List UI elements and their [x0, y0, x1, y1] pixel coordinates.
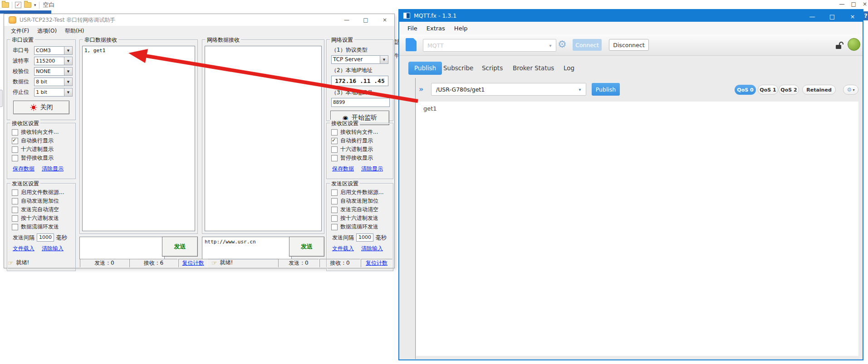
- checkbox-label: 按十六进制发送: [340, 214, 378, 222]
- checkbox-auto-append[interactable]: 自动发送附加位: [331, 197, 390, 205]
- protocol-select[interactable]: TCP Server: [331, 55, 388, 64]
- qos0-button[interactable]: QoS 0: [735, 85, 756, 95]
- checkbox-auto-newline[interactable]: 自动换行显示: [331, 136, 390, 145]
- serial-recv-textarea[interactable]: 1, get1: [82, 46, 195, 231]
- serial-send-input[interactable]: [79, 237, 165, 259]
- serial-send-button[interactable]: 发送: [162, 237, 198, 257]
- connect-button[interactable]: Connect: [573, 39, 602, 51]
- checkbox-pause-recv[interactable]: 暂停接收显示: [12, 154, 73, 162]
- interval-input[interactable]: 1000: [356, 233, 373, 242]
- caret-down-icon[interactable]: ▾: [34, 3, 36, 7]
- close-icon[interactable]: ×: [863, 1, 867, 7]
- interval-unit: 毫秒: [56, 234, 67, 242]
- checkbox-file-source[interactable]: 启用文件数据源...: [12, 188, 73, 197]
- local-port-input[interactable]: 8899: [331, 98, 390, 107]
- tab-broker-status[interactable]: Broker Status: [513, 62, 554, 75]
- tab-scripts[interactable]: Scripts: [482, 62, 503, 75]
- net-send-input[interactable]: http://www.usr.cn: [202, 237, 292, 259]
- connection-profile-select[interactable]: MQTT ▾: [423, 39, 556, 52]
- net-recv-textarea[interactable]: [205, 46, 322, 231]
- menu-file[interactable]: File: [403, 25, 422, 32]
- checkbox-hex-display[interactable]: 十六进制显示: [331, 145, 390, 154]
- close-button[interactable]: ×: [375, 15, 394, 25]
- menu-help[interactable]: 帮助(H): [61, 27, 88, 35]
- maximize-icon[interactable]: □: [851, 1, 856, 7]
- minimize-button[interactable]: —: [337, 15, 356, 25]
- tab-log[interactable]: Log: [564, 62, 574, 75]
- toolbar-separator: [39, 2, 39, 9]
- mqtt-window-title: MQTT.fx - 1.3.1: [414, 12, 863, 19]
- publish-message-textarea[interactable]: get1: [416, 102, 858, 356]
- checkbox-icon: [12, 215, 18, 222]
- folder-icon[interactable]: [24, 2, 31, 8]
- tab-publish[interactable]: Publish: [408, 62, 442, 75]
- reset-count-link[interactable]: 复位计数: [366, 259, 387, 267]
- load-file-link[interactable]: 文件载入: [13, 245, 34, 252]
- checkbox-recv-to-file[interactable]: 接收转向文件...: [12, 128, 73, 136]
- status-reset-left[interactable]: 复位计数: [178, 259, 208, 267]
- retained-button[interactable]: Retained: [802, 85, 836, 95]
- menu-extras[interactable]: Extras: [422, 25, 450, 32]
- docked-panel-tab[interactable]: [0, 90, 3, 107]
- checkbox-recv-to-file[interactable]: 接收转向文件...: [331, 128, 390, 136]
- maximize-button[interactable]: □: [824, 10, 840, 23]
- checkbox-send-as-hex[interactable]: 按十六进制发送: [12, 214, 73, 223]
- parity-select[interactable]: NONE: [34, 67, 73, 76]
- minimize-icon[interactable]: —: [839, 1, 845, 7]
- profile-document-icon[interactable]: [406, 38, 417, 51]
- usr-menu-bar: 文件(F) 选项(O) 帮助(H): [4, 26, 394, 36]
- checkbox-loop-send[interactable]: 数据流循环发送: [331, 223, 390, 231]
- save-data-link[interactable]: 保存数据: [332, 165, 354, 173]
- checkbox-file-source[interactable]: 启用文件数据源...: [331, 188, 390, 197]
- menu-options[interactable]: 选项(O): [33, 27, 61, 35]
- checkbox-send-as-hex[interactable]: 按十六进制发送: [331, 214, 390, 223]
- clear-display-link[interactable]: 清除显示: [42, 165, 64, 173]
- status-reset-right[interactable]: 复位计数: [361, 259, 392, 267]
- checkbox-icon: [331, 189, 338, 196]
- clear-display-link[interactable]: 清除显示: [361, 165, 383, 173]
- checkbox-clear-after-send[interactable]: 发送完自动清空: [331, 205, 390, 214]
- load-file-link[interactable]: 文件载入: [332, 245, 354, 252]
- close-button[interactable]: ×: [844, 10, 861, 23]
- checkbox-loop-send[interactable]: 数据流循环发送: [12, 223, 73, 231]
- stop-bits-select[interactable]: 1 bit: [34, 88, 73, 97]
- checkbox-icon: [331, 129, 338, 136]
- menu-file[interactable]: 文件(F): [7, 27, 33, 35]
- folder-icon[interactable]: [2, 2, 9, 8]
- baud-rate-select[interactable]: 115200: [34, 57, 73, 65]
- tab-subscribe[interactable]: Subscribe: [443, 62, 473, 75]
- help-badge[interactable]: ?: [863, 11, 868, 20]
- menu-help[interactable]: Help: [450, 25, 472, 32]
- clear-input-link[interactable]: 清除输入: [361, 245, 383, 252]
- reset-count-link[interactable]: 复位计数: [182, 259, 204, 267]
- topic-combobox[interactable]: /USR-G780s/get1 ▾: [431, 83, 586, 96]
- checkbox-checked-icon: [331, 138, 338, 144]
- data-bits-select[interactable]: 8 bit: [34, 78, 73, 86]
- disconnect-button[interactable]: Disconnect: [609, 39, 649, 51]
- checkbox-hex-display[interactable]: 十六进制显示: [12, 145, 73, 154]
- serial-close-button[interactable]: 关闭: [13, 101, 69, 114]
- qos2-button[interactable]: QoS 2: [779, 85, 799, 95]
- checkbox-pause-recv[interactable]: 暂停接收显示: [331, 154, 390, 162]
- clear-input-link[interactable]: 清除输入: [42, 245, 64, 252]
- interval-input[interactable]: 1000: [37, 233, 54, 242]
- checkbox-clear-after-send[interactable]: 发送完自动清空: [12, 205, 73, 214]
- settings-gear-icon[interactable]: ⚙: [558, 39, 567, 50]
- group-title: 接收区设置: [10, 120, 40, 127]
- save-data-link[interactable]: 保存数据: [13, 165, 34, 173]
- qos1-button[interactable]: QoS 1: [758, 85, 778, 95]
- net-recv-group: 网络数据接收: [202, 39, 324, 234]
- minimize-button[interactable]: —: [804, 10, 820, 23]
- checked-task-icon[interactable]: ✓: [15, 2, 21, 8]
- local-ip-input[interactable]: 172.16 .11 .45: [331, 76, 388, 86]
- collapse-chevron-icon[interactable]: »: [419, 83, 423, 96]
- maximize-button[interactable]: □: [356, 15, 375, 25]
- checkbox-auto-newline[interactable]: 自动换行显示: [12, 136, 73, 145]
- checkbox-label: 自动换行显示: [21, 137, 54, 145]
- protocol-label: （1）协议类型: [331, 46, 390, 54]
- net-send-button[interactable]: 发送: [289, 237, 324, 257]
- publish-options-button[interactable]: ⚙ ▾: [843, 85, 858, 95]
- publish-button[interactable]: Publish: [592, 83, 620, 96]
- serial-port-select[interactable]: COM3: [34, 46, 73, 55]
- checkbox-auto-append[interactable]: 自动发送附加位: [12, 197, 73, 205]
